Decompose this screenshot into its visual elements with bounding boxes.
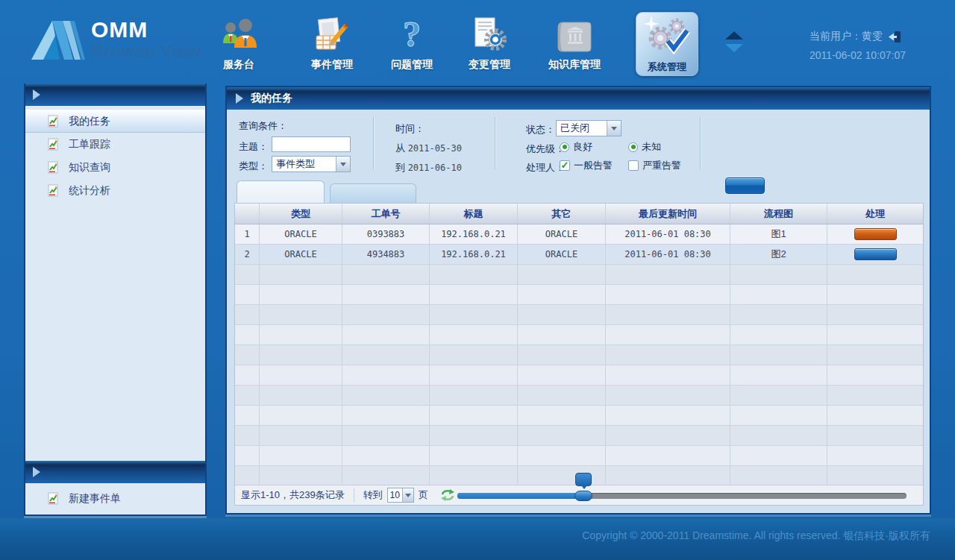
table-row[interactable]: 2 ORACLE 4934883 192.168.0.21 ORACLE 201… [235,245,923,265]
row-ticket-no: 4934883 [342,245,430,264]
goto-page-control: 转到 10 页 [363,488,428,503]
sidebar-item-statistics[interactable]: 统计分析 [25,179,205,202]
from-label: 从 [395,142,405,154]
row-action-button[interactable] [854,248,897,260]
row-other: ORACLE [518,245,606,264]
page-size-select[interactable]: 10 [387,488,414,503]
checkbox-icon[interactable] [628,160,639,171]
nav-item-incident-mgmt[interactable]: 事件管理 [290,15,374,72]
column-header-updated[interactable]: 最后更新时间 [606,204,730,224]
sidebar-bottom-menu: 新建事件单 [25,486,205,512]
logo-title: OMM [91,18,201,42]
system-gears-icon [642,16,692,57]
handler-option-severe[interactable]: 严重告警 [628,159,681,172]
row-action-button[interactable] [854,228,897,240]
query-conditions-label: 查询条件： [239,119,287,133]
type-select[interactable]: 事件类型 [272,156,351,172]
sidebar-item-label: 知识查询 [69,161,110,174]
sidebar-item-new-incident[interactable]: 新建事件单 [25,486,205,512]
tab-list-2[interactable] [330,183,416,203]
sidebar-item-label: 统计分析 [69,184,110,198]
current-datetime: 2011-06-02 10:07:07 [810,49,906,61]
svg-text:?: ? [403,15,421,54]
nav-item-service-desk[interactable]: 服务台 [197,15,281,72]
knowledge-icon [533,15,616,54]
status-select[interactable]: 已关闭 [556,120,621,136]
nav-label: 事件管理 [290,58,374,72]
nav-item-change-mgmt[interactable]: 变更管理 [448,15,531,72]
nav-item-knowledge-mgmt[interactable]: 知识库管理 [533,15,616,72]
sidebar-item-knowledge-query[interactable]: 知识查询 [25,156,205,179]
time-label: 时间： [395,122,425,136]
dropdown-arrow-icon[interactable] [336,157,350,172]
chevron-down-icon [725,44,743,52]
tab-list-1[interactable] [237,180,325,203]
nav-label: 服务台 [197,58,281,72]
checkbox-icon[interactable] [560,160,570,171]
nav-item-problem-mgmt[interactable]: ? 问题管理 [370,15,454,72]
column-header [235,204,260,224]
from-date-value[interactable]: 2011-05-30 [408,143,462,154]
row-flowchart-link[interactable]: 图2 [730,245,827,264]
panel-title: 我的任务 [251,92,292,105]
column-header-type[interactable]: 类型 [260,204,342,224]
table-row-empty [235,386,923,406]
task-doc-icon [46,138,60,151]
radio-icon[interactable] [628,142,638,152]
row-flowchart-link[interactable]: 图1 [730,224,827,244]
column-header-ticket-no[interactable]: 工单号 [342,204,430,224]
radio-icon[interactable] [560,142,569,152]
priority-option-label: 良好 [573,140,592,154]
logout-icon[interactable] [889,31,901,43]
table-row[interactable]: 1 ORACLE 0393883 192.168.0.21 ORACLE 201… [235,224,923,245]
app-window: OMM Browse View 服务台 [0,0,955,560]
nav-item-system-mgmt[interactable]: 系统管理 [636,12,698,76]
subject-label: 主题： [239,140,268,154]
nav-label: 系统管理 [636,60,698,74]
sidebar-item-my-tasks[interactable]: 我的任务 [25,110,205,133]
nav-collapse-toggle[interactable] [722,31,746,52]
time-from: 从 2011-05-30 [395,142,462,155]
problem-icon: ? [370,15,454,54]
results-table: 类型 工单号 标题 其它 最后更新时间 流程图 处理 1 ORACLE 0393… [234,203,924,506]
refresh-button[interactable] [440,488,455,502]
task-doc-icon [46,184,60,198]
status-label: 状态： [526,123,555,136]
slider-handle[interactable] [574,491,592,501]
sidebar-bottom-header[interactable] [25,461,205,483]
table-row-empty [235,305,923,325]
sidebar-item-ticket-tracking[interactable]: 工单跟踪 [25,133,205,156]
table-row-empty [235,365,923,386]
to-label: 到 [395,162,405,173]
column-header-flowchart[interactable]: 流程图 [730,204,827,224]
task-doc-icon [46,161,60,174]
priority-option-label: 未知 [642,140,661,154]
handler-option-general[interactable]: 一般告警 [560,159,613,172]
logo-subtitle: Browse View [91,42,201,61]
column-header-title[interactable]: 标题 [430,204,518,224]
status-select-value: 已关闭 [557,122,607,135]
page-unit-label: 页 [419,488,428,502]
subject-input[interactable] [272,136,351,152]
top-navigation: OMM Browse View 服务台 [0,0,955,84]
search-button[interactable] [725,177,765,194]
priority-option-good[interactable]: 良好 [560,140,592,154]
tab-strip [237,180,416,203]
slider-bubble [575,473,592,486]
empty-rows [235,265,923,486]
page-slider-track[interactable] [457,493,907,499]
dropdown-arrow-icon[interactable] [607,121,621,136]
row-title: 192.168.0.21 [430,224,518,244]
filter-bar: 查询条件： 主题： 类型： 事件类型 时间： 从 2011-05-30 到 20… [234,113,924,182]
column-header-other[interactable]: 其它 [518,204,606,224]
handler-option-label: 一般告警 [574,159,613,172]
column-header-action[interactable]: 处理 [827,204,923,224]
dropdown-arrow-icon[interactable] [402,488,413,502]
priority-option-unknown[interactable]: 未知 [628,140,661,154]
sidebar-top-header[interactable] [25,84,205,106]
nav-label: 变更管理 [448,58,531,72]
to-date-value[interactable]: 2011-06-10 [408,163,462,173]
current-user-label: 当前用户：黄雯 [810,30,883,43]
type-select-value: 事件类型 [272,157,336,171]
goto-label: 转到 [363,488,383,502]
